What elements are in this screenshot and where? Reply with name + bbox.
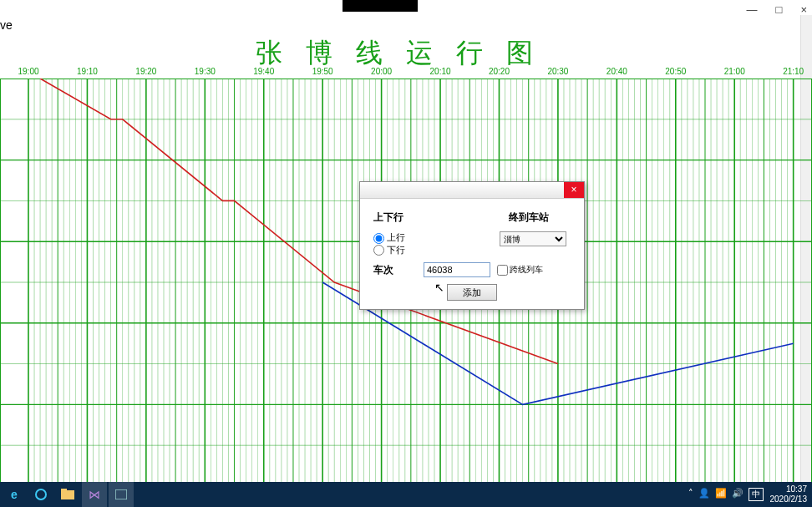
time-tick-label: 19:50 bbox=[312, 67, 333, 76]
edge-icon[interactable]: e bbox=[2, 482, 27, 507]
time-tick-label: 19:10 bbox=[77, 67, 98, 76]
browser-icon[interactable] bbox=[28, 482, 53, 507]
terminal-station-label: 终到车站 bbox=[487, 210, 571, 225]
app-window: — □ × ve 张博线运行图 19:0019:1019:2019:3019:4… bbox=[0, 0, 812, 507]
minimize-button[interactable]: — bbox=[747, 3, 758, 16]
dialog-body: 上下行 终到车站 上行 下行 淄博 车次 跨线列车 bbox=[360, 199, 584, 309]
time-tick-label: 19:20 bbox=[135, 67, 156, 76]
radio-down[interactable]: 下行 bbox=[373, 244, 487, 256]
dialog-titlebar[interactable]: × bbox=[360, 182, 584, 199]
tray-people-icon[interactable]: 👤 bbox=[698, 488, 710, 501]
time-tick-label: 20:40 bbox=[606, 67, 627, 76]
time-tick-label: 21:10 bbox=[783, 67, 804, 76]
direction-label: 上下行 bbox=[373, 210, 424, 225]
add-train-dialog: × 上下行 终到车站 上行 下行 淄博 车次 bbox=[359, 181, 585, 310]
tray-volume-icon[interactable]: 🔊 bbox=[732, 488, 743, 501]
train-number-input[interactable] bbox=[424, 262, 490, 277]
window-icon bbox=[115, 489, 127, 499]
visual-studio-icon[interactable]: ⋈ bbox=[82, 482, 107, 507]
file-explorer-icon[interactable] bbox=[55, 482, 80, 507]
svg-rect-146 bbox=[115, 489, 127, 499]
time-tick-label: 20:50 bbox=[665, 67, 686, 76]
window-controls: — □ × bbox=[747, 3, 807, 16]
time-tick-label: 19:00 bbox=[18, 67, 38, 76]
cross-line-checkbox[interactable]: 跨线列车 bbox=[497, 264, 543, 276]
radio-up[interactable]: 上行 bbox=[373, 231, 487, 244]
system-tray: ˄ 👤 📶 🔊 中 bbox=[688, 488, 764, 501]
app-taskbar-icon[interactable] bbox=[109, 482, 134, 507]
folder-icon bbox=[61, 489, 74, 500]
maximize-button[interactable]: □ bbox=[776, 3, 783, 16]
add-button[interactable]: 添加 bbox=[447, 284, 497, 301]
train-number-label: 车次 bbox=[373, 263, 424, 277]
taskbar: e ⋈ ˄ 👤 📶 🔊 中 10:37 2020/2/13 bbox=[0, 482, 812, 507]
clock-time: 10:37 bbox=[770, 484, 808, 494]
tray-ime-icon[interactable]: 中 bbox=[749, 488, 764, 501]
time-tick-label: 19:40 bbox=[253, 67, 274, 76]
time-tick-label: 21:00 bbox=[724, 67, 745, 76]
time-tick-label: 20:30 bbox=[547, 67, 568, 76]
taskbar-clock[interactable]: 10:37 2020/2/13 bbox=[770, 484, 808, 504]
circle-icon bbox=[34, 488, 48, 501]
time-tick-label: 20:00 bbox=[371, 67, 392, 76]
close-button[interactable]: × bbox=[800, 3, 807, 16]
direction-radio-group: 上行 下行 bbox=[373, 231, 487, 256]
clock-date: 2020/2/13 bbox=[770, 494, 808, 504]
terminal-station-select[interactable]: 淄博 bbox=[500, 231, 566, 246]
svg-point-143 bbox=[36, 489, 46, 499]
time-tick-label: 20:20 bbox=[489, 67, 510, 76]
taskbar-left: e ⋈ bbox=[0, 482, 134, 507]
time-tick-label: 20:10 bbox=[430, 67, 451, 76]
dialog-close-button[interactable]: × bbox=[564, 182, 584, 198]
tray-chevron-icon[interactable]: ˄ bbox=[688, 488, 693, 501]
time-axis-labels: 19:0019:1019:2019:3019:4019:5020:0020:10… bbox=[0, 67, 812, 79]
svg-rect-145 bbox=[61, 489, 67, 492]
time-tick-label: 19:30 bbox=[195, 67, 216, 76]
taskbar-right: ˄ 👤 📶 🔊 中 10:37 2020/2/13 bbox=[688, 484, 813, 504]
black-bar bbox=[343, 0, 418, 12]
title-fragment: ve bbox=[0, 18, 13, 32]
tray-network-icon[interactable]: 📶 bbox=[715, 488, 727, 501]
